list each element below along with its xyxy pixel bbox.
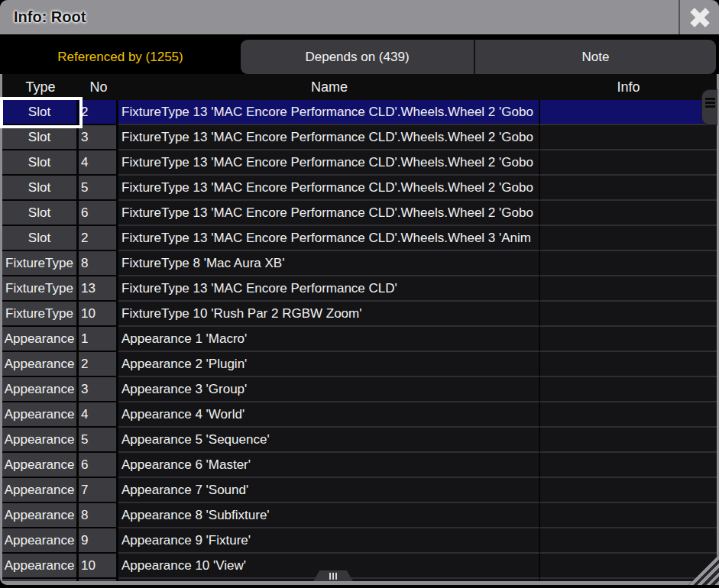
table-row[interactable]: FixtureType8FixtureType 8 'Mac Aura XB' <box>2 251 717 276</box>
cell-no[interactable]: 2 <box>79 352 118 377</box>
cell-no[interactable]: 10 <box>79 554 118 579</box>
cell-type[interactable]: FixtureType <box>2 276 79 302</box>
cell-type[interactable]: Appearance <box>2 428 79 453</box>
cell-name[interactable]: FixtureType 13 'MAC Encore Performance C… <box>118 176 540 201</box>
cell-no[interactable] <box>79 579 118 581</box>
cell-type[interactable]: Appearance <box>2 402 79 428</box>
cell-info[interactable] <box>540 579 717 581</box>
cell-name[interactable]: Appearance 9 'Fixture' <box>118 528 540 554</box>
table-row[interactable] <box>2 579 717 581</box>
cell-info[interactable] <box>540 100 717 125</box>
cell-info[interactable] <box>540 528 717 554</box>
tab-depends-on[interactable]: Depends on (439) <box>241 40 475 74</box>
table-row[interactable]: Slot2FixtureType 13 'MAC Encore Performa… <box>2 100 717 125</box>
cell-type[interactable]: Appearance <box>2 478 79 503</box>
table-row[interactable]: Slot3FixtureType 13 'MAC Encore Performa… <box>2 125 717 150</box>
cell-no[interactable]: 5 <box>79 428 118 453</box>
table-row[interactable]: Appearance3Appearance 3 'Group' <box>2 377 717 402</box>
cell-name[interactable]: FixtureType 10 'Rush Par 2 RGBW Zoom' <box>118 302 540 327</box>
cell-type[interactable] <box>2 579 79 581</box>
cell-info[interactable] <box>540 377 717 402</box>
cell-no[interactable]: 9 <box>79 528 118 554</box>
cell-info[interactable] <box>540 125 717 150</box>
cell-type[interactable]: Appearance <box>2 503 79 528</box>
cell-name[interactable]: FixtureType 13 'MAC Encore Performance C… <box>118 276 540 302</box>
cell-type[interactable]: Slot <box>2 150 79 176</box>
table-row[interactable]: Appearance7Appearance 7 'Sound' <box>2 478 717 503</box>
cell-no[interactable]: 2 <box>79 100 118 125</box>
table-row[interactable]: Appearance4Appearance 4 'World' <box>2 402 717 428</box>
cell-info[interactable] <box>540 428 717 453</box>
table-row[interactable]: Slot5FixtureType 13 'MAC Encore Performa… <box>2 176 717 201</box>
cell-info[interactable] <box>540 478 717 503</box>
table-row[interactable]: Appearance8Appearance 8 'Subfixture' <box>2 503 717 528</box>
cell-type[interactable]: Appearance <box>2 352 79 377</box>
table-row[interactable]: FixtureType10FixtureType 10 'Rush Par 2 … <box>2 302 717 327</box>
cell-info[interactable] <box>540 226 717 251</box>
table-row[interactable]: Appearance6Appearance 6 'Master' <box>2 453 717 478</box>
cell-no[interactable]: 2 <box>79 226 118 251</box>
cell-type[interactable]: FixtureType <box>2 251 79 276</box>
cell-name[interactable]: Appearance 1 'Macro' <box>118 327 540 352</box>
cell-no[interactable]: 4 <box>79 150 118 176</box>
cell-type[interactable]: Slot <box>2 176 79 201</box>
cell-info[interactable] <box>540 503 717 528</box>
table-row[interactable]: Slot6FixtureType 13 'MAC Encore Performa… <box>2 201 717 226</box>
cell-no[interactable]: 6 <box>79 201 118 226</box>
cell-info[interactable] <box>540 402 717 428</box>
cell-name[interactable]: FixtureType 13 'MAC Encore Performance C… <box>118 100 540 125</box>
cell-name[interactable]: Appearance 3 'Group' <box>118 377 540 402</box>
cell-info[interactable] <box>540 251 717 276</box>
cell-type[interactable]: Slot <box>2 226 79 251</box>
cell-no[interactable]: 3 <box>79 125 118 150</box>
cell-info[interactable] <box>540 176 717 201</box>
vertical-scrollbar-handle[interactable] <box>701 89 717 125</box>
column-header-type[interactable]: Type <box>2 74 79 100</box>
cell-type[interactable]: Slot <box>2 100 79 125</box>
cell-type[interactable]: Appearance <box>2 554 79 579</box>
tab-note[interactable]: Note <box>475 40 716 74</box>
cell-name[interactable]: FixtureType 13 'MAC Encore Performance C… <box>118 125 540 150</box>
cell-no[interactable]: 7 <box>79 478 118 503</box>
cell-no[interactable]: 3 <box>79 377 118 402</box>
table-row[interactable]: Appearance9Appearance 9 'Fixture' <box>2 528 717 554</box>
cell-name[interactable]: FixtureType 13 'MAC Encore Performance C… <box>118 150 540 176</box>
table-row[interactable]: FixtureType13FixtureType 13 'MAC Encore … <box>2 276 717 302</box>
cell-info[interactable] <box>540 352 717 377</box>
column-header-info[interactable]: Info <box>540 74 717 100</box>
cell-name[interactable]: Appearance 8 'Subfixture' <box>118 503 540 528</box>
table-row[interactable]: Slot4FixtureType 13 'MAC Encore Performa… <box>2 150 717 176</box>
cell-no[interactable]: 10 <box>79 302 118 327</box>
cell-type[interactable]: Slot <box>2 125 79 150</box>
horizontal-scrollbar-handle[interactable] <box>313 570 353 581</box>
cell-no[interactable]: 1 <box>79 327 118 352</box>
cell-name[interactable]: FixtureType 8 'Mac Aura XB' <box>118 251 540 276</box>
cell-name[interactable]: Appearance 7 'Sound' <box>118 478 540 503</box>
cell-info[interactable] <box>540 150 717 176</box>
table-row[interactable]: Appearance5Appearance 5 'Sequence' <box>2 428 717 453</box>
cell-info[interactable] <box>540 453 717 478</box>
cell-no[interactable]: 5 <box>79 176 118 201</box>
cell-no[interactable]: 4 <box>79 402 118 428</box>
cell-info[interactable] <box>540 327 717 352</box>
column-header-name[interactable]: Name <box>118 74 540 100</box>
cell-type[interactable]: Appearance <box>2 327 79 352</box>
cell-type[interactable]: Appearance <box>2 528 79 554</box>
table-row[interactable]: Appearance2Appearance 2 'Plugin' <box>2 352 717 377</box>
cell-name[interactable]: Appearance 6 'Master' <box>118 453 540 478</box>
table-row[interactable]: Slot2FixtureType 13 'MAC Encore Performa… <box>2 226 717 251</box>
cell-name[interactable]: Appearance 5 'Sequence' <box>118 428 540 453</box>
cell-no[interactable]: 13 <box>79 276 118 302</box>
cell-name[interactable]: Appearance 2 'Plugin' <box>118 352 540 377</box>
cell-name[interactable]: FixtureType 13 'MAC Encore Performance C… <box>118 226 540 251</box>
cell-info[interactable] <box>540 554 717 579</box>
cell-no[interactable]: 6 <box>79 453 118 478</box>
cell-info[interactable] <box>540 276 717 302</box>
table-row[interactable]: Appearance10Appearance 10 'View' <box>2 554 717 579</box>
cell-name[interactable]: Appearance 4 'World' <box>118 402 540 428</box>
window-titlebar[interactable]: Info: Root <box>0 0 719 34</box>
column-header-no[interactable]: No <box>79 74 118 100</box>
cell-type[interactable]: Slot <box>2 201 79 226</box>
cell-no[interactable]: 8 <box>79 503 118 528</box>
table-row[interactable]: Appearance1Appearance 1 'Macro' <box>2 327 717 352</box>
